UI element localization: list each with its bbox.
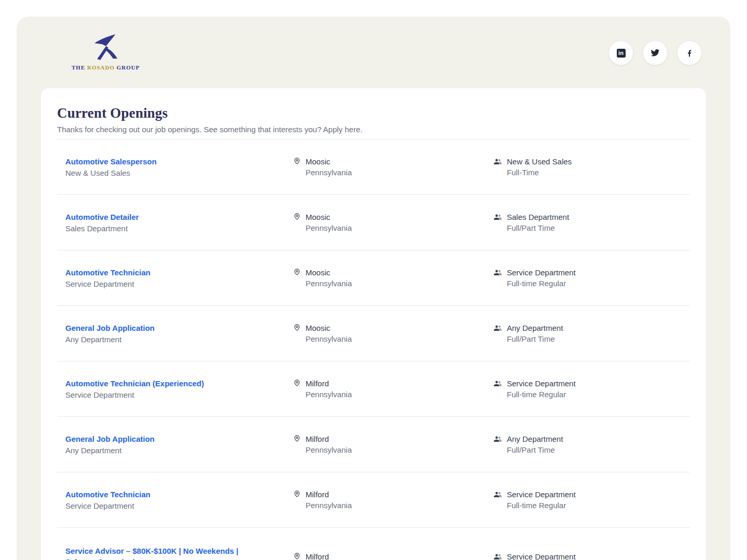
job-state: Pennsylvania [306,222,352,233]
department-people-icon [493,552,502,560]
job-location: Milford Pennsylvania [293,551,493,560]
department-people-icon [493,213,502,221]
job-department-name: Sales Department [507,212,569,222]
job-title-link[interactable]: Automotive Technician (Experienced) [65,378,204,389]
job-department-name: Any Department [507,433,563,444]
job-department-name: Service Department [507,489,576,500]
rosado-r-icon [85,31,126,63]
logo-wordmark: THE ROSADO GROUP [72,64,139,71]
department-people-icon [493,379,502,388]
job-type: Full-Time [507,167,572,178]
job-state: Pennsylvania [306,167,352,178]
job-state: Pennsylvania [306,278,352,289]
job-department-meta: Service Department Full-time Regular [493,267,690,289]
logo-word-group: GROUP [117,64,140,71]
job-type: Full-time Regular [507,500,576,511]
job-city: Moosic [306,323,352,333]
job-department-meta: Sales Department Full/Part Time [493,212,690,233]
job-title-link[interactable]: General Job Application [65,323,155,333]
job-department-name: Any Department [507,323,563,333]
logo-word-the: THE [72,64,85,71]
job-row: Automotive Detailer Sales Department Moo… [57,194,690,250]
job-department-subtitle: Service Department [65,278,293,289]
job-title-link[interactable]: Automotive Technician [65,267,150,278]
page-title: Current Openings [57,105,690,121]
facebook-button[interactable] [677,40,702,65]
linkedin-button[interactable]: in [608,40,633,65]
job-title-link[interactable]: Automotive Technician [65,489,150,500]
department-people-icon [493,435,502,443]
location-pin-icon [293,157,301,165]
job-department-subtitle: Service Department [65,500,293,511]
job-location: Moosic Pennsylvania [293,212,493,233]
department-people-icon [493,268,502,277]
location-pin-icon [293,268,301,276]
job-department-meta: New & Used Sales Full-Time [493,156,690,178]
job-department-subtitle: Any Department [65,445,293,456]
job-location: Moosic Pennsylvania [293,267,493,289]
job-row: Automotive Technician (Experienced) Serv… [57,361,690,416]
job-location: Moosic Pennsylvania [293,156,493,178]
job-city: Milford [306,378,352,389]
job-location: Moosic Pennsylvania [293,323,493,344]
job-department-name: Service Department [507,378,576,389]
job-city: Milford [306,489,352,500]
job-title-link[interactable]: Automotive Salesperson [65,156,157,167]
linkedin-icon: in [617,49,626,58]
social-buttons: in [608,40,702,65]
location-pin-icon [293,213,301,220]
page-panel: THE ROSADO GROUP in Current Openings Tha… [17,17,730,560]
job-type: Full/Part Time [507,444,563,455]
location-pin-icon [293,490,301,498]
job-department-meta: Any Department Full/Part Time [493,323,690,344]
job-city: Milford [306,551,352,560]
twitter-button[interactable] [643,40,668,65]
openings-card: Current Openings Thanks for checking out… [41,88,706,560]
job-row: Service Advisor – $80K-$100K | No Weeken… [57,527,690,560]
job-row: General Job Application Any Department M… [57,416,690,472]
job-city: Moosic [306,156,352,167]
job-department-name: Service Department [507,551,576,560]
job-city: Moosic [306,267,352,278]
job-title-link[interactable]: Automotive Detailer [65,212,139,222]
job-state: Pennsylvania [306,500,352,511]
job-type: Full-time Regular [507,278,576,289]
location-pin-icon [293,379,301,387]
job-row: Automotive Technician Service Department… [57,250,690,305]
job-department-meta: Service Department Full-time Regular [493,551,690,560]
company-logo[interactable]: THE ROSADO GROUP [72,31,139,71]
card-header: Current Openings Thanks for checking out… [57,88,690,139]
job-row: Automotive Salesperson New & Used Sales … [57,139,690,194]
logo-word-rosado: ROSADO [87,64,115,71]
job-title-line1: Service Advisor – $80K-$100K | No Weeken… [65,547,239,555]
job-title-link[interactable]: General Job Application [65,433,155,444]
job-title-link[interactable]: Service Advisor – $80K-$100K | No Weeken… [65,545,239,560]
job-department-name: Service Department [507,267,576,278]
job-department-meta: Any Department Full/Part Time [493,433,690,455]
location-pin-icon [293,435,301,442]
job-department-meta: Service Department Full-time Regular [493,378,690,400]
department-people-icon [493,490,502,499]
job-city: Moosic [306,212,352,222]
location-pin-icon [293,552,301,560]
job-type: Full/Part Time [507,333,563,344]
department-people-icon [493,324,502,332]
job-location: Milford Pennsylvania [293,378,493,400]
job-row: Automotive Technician Service Department… [57,472,690,527]
job-title-line2: Salary + Commission [65,556,239,560]
job-type: Full-time Regular [507,389,576,400]
job-city: Milford [306,433,352,444]
job-state: Pennsylvania [306,389,352,400]
twitter-icon [651,48,660,58]
job-department-subtitle: New & Used Sales [65,167,293,178]
job-type: Full/Part Time [507,222,569,233]
job-department-subtitle: Any Department [65,334,293,345]
job-state: Pennsylvania [306,444,352,455]
job-location: Milford Pennsylvania [293,433,493,455]
facebook-icon [685,48,694,58]
job-department-name: New & Used Sales [507,156,572,167]
location-pin-icon [293,324,301,331]
job-location: Milford Pennsylvania [293,489,493,511]
job-department-meta: Service Department Full-time Regular [493,489,690,511]
job-row: General Job Application Any Department M… [57,305,690,361]
